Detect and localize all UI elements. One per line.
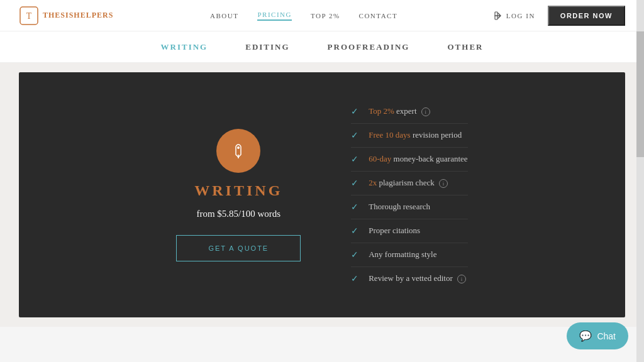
- service-icon: [216, 129, 260, 173]
- pricing-panel: WRITING from $5.85/100 words GET A QUOTE…: [19, 72, 625, 317]
- pen-icon: [227, 140, 250, 162]
- feature-text-6: Any formatting style: [369, 250, 436, 260]
- service-title: WRITING: [194, 182, 282, 199]
- feature-editor-review: ✓ Review by a vetted editor i: [351, 267, 467, 290]
- check-icon-1: ✓: [351, 130, 361, 141]
- tab-proofreading[interactable]: PROOFREADING: [328, 42, 410, 52]
- nav-about[interactable]: ABOUT: [210, 12, 238, 19]
- feature-text-0: Top 2% expert i: [369, 106, 430, 116]
- pricing-tabs: WRITING EDITING PROOFREADING OTHER: [0, 31, 644, 63]
- scrollbar-thumb[interactable]: [636, 31, 644, 157]
- info-icon-7[interactable]: i: [457, 275, 466, 283]
- feature-formatting: ✓ Any formatting style: [351, 243, 467, 267]
- nav-contact[interactable]: CONTACT: [359, 12, 398, 19]
- tab-other[interactable]: OTHER: [447, 42, 483, 52]
- check-icon-2: ✓: [351, 154, 361, 165]
- check-icon-7: ✓: [351, 273, 361, 284]
- scrollbar[interactable]: [636, 0, 644, 362]
- login-icon: [494, 11, 503, 20]
- feature-plagiarism: ✓ 2x plagiarism check i: [351, 172, 467, 195]
- feature-text-7: Review by a vetted editor i: [369, 273, 466, 283]
- main-nav: ABOUT PRICING TOP 2% CONTACT: [210, 11, 397, 21]
- header: T THESISHELPERS ABOUT PRICING TOP 2% CON…: [0, 0, 644, 31]
- logo[interactable]: T THESISHELPERS: [19, 6, 113, 26]
- info-icon-0[interactable]: i: [421, 107, 430, 116]
- feature-revision: ✓ Free 10 days revision period: [351, 124, 467, 148]
- logo-text: THESISHELPERS: [43, 11, 113, 20]
- service-price: from $5.85/100 words: [196, 209, 280, 219]
- features-list: ✓ Top 2% expert i ✓ Free 10 days revisio…: [351, 100, 467, 290]
- chat-label: Chat: [597, 331, 616, 341]
- svg-point-4: [237, 146, 240, 149]
- header-actions: LOG IN ORDER NOW: [494, 6, 625, 26]
- feature-text-1: Free 10 days revision period: [369, 130, 462, 140]
- tab-writing[interactable]: WRITING: [161, 42, 208, 52]
- feature-research: ✓ Thorough research: [351, 195, 467, 219]
- check-icon-5: ✓: [351, 226, 361, 236]
- feature-citations: ✓ Proper citations: [351, 219, 467, 243]
- feature-text-2: 60-day money-back guarantee: [369, 154, 467, 164]
- check-icon-0: ✓: [351, 106, 361, 117]
- logo-icon: T: [19, 6, 39, 26]
- info-icon-3[interactable]: i: [439, 179, 448, 188]
- feature-text-3: 2x plagiarism check i: [369, 178, 448, 188]
- nav-pricing[interactable]: PRICING: [257, 11, 292, 21]
- feature-text-5: Proper citations: [369, 226, 420, 236]
- check-icon-3: ✓: [351, 178, 361, 189]
- nav-top2[interactable]: TOP 2%: [311, 12, 340, 19]
- check-icon-4: ✓: [351, 202, 361, 212]
- feature-top2: ✓ Top 2% expert i: [351, 100, 467, 124]
- get-quote-button[interactable]: GET A QUOTE: [176, 235, 301, 261]
- chat-button[interactable]: 💬 Chat: [567, 322, 628, 349]
- feature-moneyback: ✓ 60-day money-back guarantee: [351, 148, 467, 172]
- check-icon-6: ✓: [351, 250, 361, 260]
- svg-text:T: T: [26, 11, 32, 21]
- tab-editing[interactable]: EDITING: [245, 42, 289, 52]
- order-now-button[interactable]: ORDER NOW: [548, 6, 625, 26]
- main-content: WRITING from $5.85/100 words GET A QUOTE…: [0, 63, 644, 327]
- chat-bubble-icon: 💬: [579, 330, 592, 342]
- feature-text-4: Thorough research: [369, 202, 430, 212]
- login-button[interactable]: LOG IN: [494, 11, 535, 20]
- left-panel: WRITING from $5.85/100 words GET A QUOTE: [176, 129, 301, 261]
